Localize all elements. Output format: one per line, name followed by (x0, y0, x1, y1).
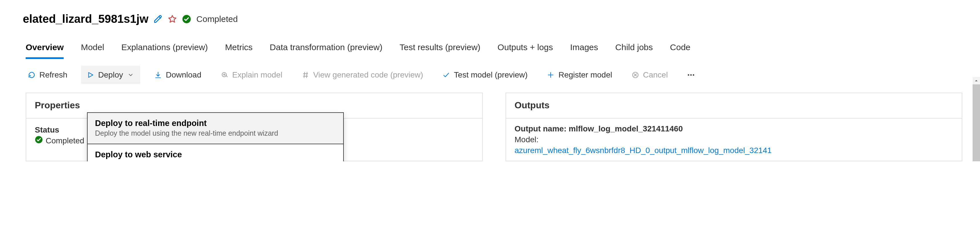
output-name-row: Output name: mlflow_log_model_321411460 (515, 124, 953, 133)
toolbar: Refresh Deploy Download Explain model Vi… (0, 59, 980, 92)
tab-model[interactable]: Model (81, 40, 104, 59)
tab-outputs-logs[interactable]: Outputs + logs (498, 40, 553, 59)
deploy-button[interactable]: Deploy (81, 66, 140, 84)
cancel-circle-icon (631, 71, 640, 79)
scrollbar-thumb[interactable] (973, 84, 980, 161)
model-label: Model: (515, 135, 953, 144)
tab-data-transformation[interactable]: Data transformation (preview) (270, 40, 382, 59)
download-button[interactable]: Download (149, 66, 207, 84)
download-icon (154, 71, 162, 79)
test-model-button[interactable]: Test model (preview) (437, 66, 533, 84)
svg-point-3 (688, 74, 689, 76)
view-code-label: View generated code (preview) (313, 70, 423, 79)
scroll-up-icon[interactable] (973, 77, 980, 84)
edit-icon[interactable] (153, 14, 162, 24)
svg-point-4 (690, 74, 692, 76)
play-icon (86, 71, 95, 79)
status-check-icon (35, 136, 43, 146)
deploy-dropdown: Deploy to real-time endpoint Deploy the … (87, 112, 344, 161)
view-code-button: View generated code (preview) (296, 66, 428, 84)
tab-test-results[interactable]: Test results (preview) (399, 40, 480, 59)
page-title: elated_lizard_5981s1jw (23, 13, 148, 25)
status-text: Completed (196, 14, 238, 24)
deploy-option-title: Deploy to real-time endpoint (95, 119, 336, 128)
output-name-value: mlflow_log_model_321411460 (569, 124, 683, 133)
more-ellipsis-icon (687, 71, 695, 79)
scrollbar[interactable] (973, 77, 980, 161)
refresh-button[interactable]: Refresh (22, 66, 72, 84)
deploy-realtime-endpoint-option[interactable]: Deploy to real-time endpoint Deploy the … (88, 113, 343, 144)
download-label: Download (166, 70, 201, 79)
deploy-web-service-option[interactable]: Deploy to web service Deploy the model t… (88, 144, 343, 161)
explain-icon (220, 71, 229, 79)
tabs-bar: Overview Model Explanations (preview) Me… (0, 35, 980, 59)
hash-icon (301, 71, 310, 79)
tab-images[interactable]: Images (570, 40, 598, 59)
register-label: Register model (558, 70, 612, 79)
outputs-card: Outputs Output name: mlflow_log_model_32… (506, 93, 963, 161)
refresh-icon (27, 71, 36, 79)
tab-code[interactable]: Code (670, 40, 690, 59)
cancel-button: Cancel (626, 66, 673, 84)
refresh-label: Refresh (39, 70, 67, 79)
favorite-star-icon[interactable] (168, 14, 177, 24)
page-header: elated_lizard_5981s1jw Completed (0, 0, 980, 35)
cancel-label: Cancel (643, 70, 668, 79)
tab-metrics[interactable]: Metrics (225, 40, 253, 59)
status-check-icon (182, 14, 191, 24)
check-icon (442, 71, 450, 79)
output-name-label: Output name: (515, 124, 569, 133)
explain-model-button: Explain model (215, 66, 288, 84)
svg-point-5 (693, 74, 694, 76)
model-link[interactable]: azureml_wheat_fly_6wsnbrfdr8_HD_0_output… (515, 146, 953, 155)
explain-label: Explain model (232, 70, 282, 79)
deploy-option-title: Deploy to web service (95, 150, 336, 159)
tab-overview[interactable]: Overview (25, 40, 64, 59)
outputs-card-title: Outputs (506, 93, 962, 119)
chevron-down-icon (126, 71, 135, 79)
tab-explanations[interactable]: Explanations (preview) (121, 40, 208, 59)
deploy-label: Deploy (98, 70, 123, 79)
test-model-label: Test model (preview) (454, 70, 528, 79)
deploy-option-desc: Deploy the model to a web service (95, 160, 336, 161)
tab-child-jobs[interactable]: Child jobs (616, 40, 653, 59)
register-model-button[interactable]: Register model (541, 66, 617, 84)
more-button[interactable] (682, 66, 700, 84)
deploy-option-desc: Deploy the model using the new real-time… (95, 129, 336, 138)
status-value: Completed (46, 136, 84, 145)
plus-icon (546, 71, 555, 79)
